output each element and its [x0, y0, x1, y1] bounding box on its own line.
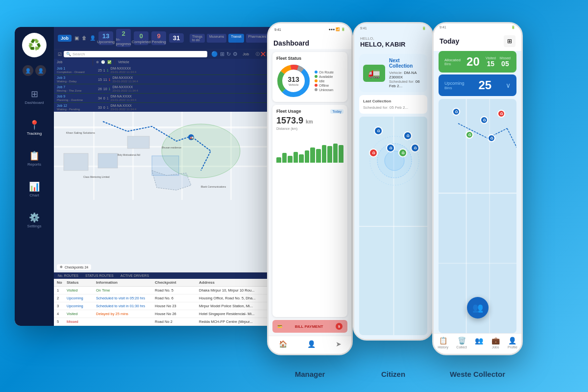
manager-nav-home[interactable]: 🏠 [279, 340, 287, 348]
table-row: 2 Upcoming Scheduled to visit in 05:20 h… [54, 294, 289, 302]
main-icon: 👥 [475, 337, 483, 344]
collector-nav-jobs[interactable]: 💼 Jobs [491, 337, 500, 349]
upcoming-badge: 13 Upcoming [98, 31, 113, 45]
manager-nav-user[interactable]: 👤 [307, 340, 316, 348]
fleet-usage-card: Fleet Usage Today 1573.9 km Distance (km… [272, 105, 347, 317]
map-pin-active: ♻ [398, 148, 407, 157]
main-content: Job ▣ 🗑 👤 13 Upcoming 2 In-progress 0 Co… [54, 27, 289, 326]
manager-screen: 9:41 ●●● 📶 🔋 Dashboard Fleet Status [269, 24, 351, 354]
fleet-status-card: Fleet Status 313 Vehicle [272, 52, 347, 102]
bin-pin-green: ♻ [466, 131, 473, 139]
subbar-icon-1[interactable]: 🔵 [211, 51, 218, 57]
citizen-map: ♻ ♻ ♻ ♻ ♻ ♻ [359, 117, 427, 335]
search-box[interactable]: 🔍 Search [64, 51, 207, 57]
donut-legend: On Route Available Idle Offline [315, 71, 334, 92]
svg-rect-0 [54, 126, 289, 128]
manager-header: Dashboard [269, 35, 351, 49]
topbar-separator-2: 🗑 [82, 35, 87, 41]
visited-missed-group: Visited 15 Missed 05 [486, 56, 511, 68]
desktop-app: ♻️ 👤 👤 ⊞ Dashboard 📍 Tracking 📋 Reports … [15, 27, 289, 326]
filter-museums[interactable]: Museums [207, 34, 226, 43]
table-area: No. ROUTES STATUS ROUTES ACTIVE DRIVERS … [54, 272, 289, 326]
bill-count-badge: 9 [336, 323, 343, 330]
sidebar-item-tracking[interactable]: 📍 Tracking [15, 117, 54, 139]
truck-info: Next Collection Vehicle: DM-NA Z3000X Sc… [389, 58, 423, 88]
checkbox-icon: ☑ [58, 52, 62, 57]
bar-12 [339, 145, 343, 163]
legend-item-offline: Offline [315, 84, 334, 87]
collector-stats-top: Allocated Bins 20 Visited 15 Missed 05 [439, 51, 516, 73]
tracking-icon: 📍 [29, 120, 40, 130]
sidebar-item-dashboard[interactable]: ⊞ Dashboard [15, 86, 54, 108]
app-logo: ♻️ [22, 33, 47, 57]
collector-nav-history[interactable]: 📋 History [438, 337, 448, 349]
fab-button[interactable]: 👥 [467, 297, 489, 318]
table-row: 4 Visited Delayed by 25 mins House No 26… [54, 310, 289, 318]
vehicle-col: Vehicle [115, 59, 289, 66]
svg-rect-3 [93, 112, 95, 200]
bar-4 [294, 152, 298, 163]
upcoming-bar[interactable]: Upcoming Bins 25 ∨ [439, 74, 516, 96]
job-col: Job [54, 59, 93, 66]
jobs-icon: 💼 [491, 337, 500, 344]
map-pin-5: ♻ [411, 144, 419, 152]
collector-header-bar: Today ⊞ [434, 31, 521, 51]
filter-transit[interactable]: Transit [228, 34, 244, 43]
bar-2 [282, 153, 287, 163]
completed-badge: 0 Completed [134, 31, 148, 45]
bar-7 [310, 147, 315, 163]
citizen-truck-card: 🚛 Next Collection Vehicle: DM-NA Z3000X … [359, 54, 427, 92]
bar-5 [299, 154, 304, 163]
manager-label: Manager [267, 370, 353, 378]
map-svg: Khan Saling Solutions Boly Motivational … [54, 112, 289, 272]
sidebar-item-chart[interactable]: 📊 Chart [15, 178, 54, 200]
topbar-separator-3: 👤 [90, 35, 96, 41]
svg-text:Khan Saling Solutions: Khan Saling Solutions [66, 131, 95, 134]
fleet-usage-header: Fleet Usage Today [276, 109, 343, 114]
table-row: 1 Visited On Time Road No. 5 Dhaka Mirpu… [54, 287, 289, 294]
table-header-bar: No. ROUTES STATUS ROUTES ACTIVE DRIVERS [54, 272, 289, 279]
job-label: Job [58, 35, 72, 42]
svg-rect-32 [439, 263, 516, 264]
table-head: No Status Information Checkpoint Address [54, 279, 289, 287]
collector-nav-profile[interactable]: 👤 Profile [508, 337, 517, 349]
citizen-status-bar: 9:41 🔋 [354, 24, 432, 31]
collector-nav-collect[interactable]: 🗑️ Collect [456, 337, 466, 349]
job-row-2: Job 3Waiting - Delay 15111 DM-NXXXXX23-0… [54, 75, 289, 84]
topbar: Job ▣ 🗑 👤 13 Upcoming 2 In-progress 0 Co… [54, 27, 289, 49]
sidebar: ♻️ 👤 👤 ⊞ Dashboard 📍 Tracking 📋 Reports … [15, 27, 54, 326]
collector-nav: 📋 History 🗑️ Collect 👥 💼 Jobs 👤 Profile [434, 333, 521, 354]
bill-payment-button[interactable]: 💳 BILL PAYMENT 9 [272, 320, 347, 333]
citizen-label: Citizen [353, 370, 434, 378]
allocated-row: Allocated Bins 20 Visited 15 Missed 05 [439, 51, 516, 73]
svg-text:Boly Motivational Aid: Boly Motivational Aid [118, 153, 140, 156]
qr-icon[interactable]: ⊞ [504, 35, 515, 47]
collector-map: ♻ ♻ ♻ ♻ ♻ 👥 [439, 99, 516, 333]
inprogress-badge: 2 In-progress [116, 29, 131, 47]
search-icon: 🔍 [66, 52, 71, 56]
filter-things[interactable]: Things to do [190, 34, 205, 43]
subbar-icon-4[interactable]: ⚙ [233, 51, 238, 57]
bin-pin-1: ♻ [452, 108, 460, 116]
subbar: ☑ 🔍 Search 🔵 ⊞ ↻ ⚙ Job Ⓘ ❌ ✅ Vehicle [54, 49, 289, 59]
bin-pin-2: ♻ [480, 116, 488, 124]
legend-item-onroute: On Route [315, 71, 334, 74]
map-pin-3: ♻ [386, 144, 395, 152]
filter-pharmacies[interactable]: Pharmacies [246, 34, 269, 43]
navigate-icon: ➤ [336, 340, 342, 348]
donut-container: 313 Vehicle On Route Available [276, 64, 343, 98]
missed-stat: Missed 05 [500, 56, 511, 68]
subbar-icon-2[interactable]: ⊞ [220, 51, 224, 57]
sidebar-item-settings[interactable]: ⚙️ Settings [15, 209, 54, 231]
svg-text:Bhusan residence: Bhusan residence [162, 146, 181, 149]
bar-9 [322, 145, 327, 163]
checkpoints-bar: ⊕ Checkpoints 24 [57, 264, 91, 270]
collector-nav-main[interactable]: 👥 [475, 337, 483, 349]
bar-chart [276, 133, 343, 163]
sidebar-item-reports[interactable]: 📋 Reports [15, 147, 54, 170]
table-row: 5 Missed Road No 2 Redda MCH-FP Centre (… [54, 318, 289, 326]
bar-6 [305, 150, 310, 163]
job-list-header: Job ⊕🕐✅ Vehicle [54, 59, 289, 66]
subbar-icon-3[interactable]: ↻ [226, 51, 231, 57]
manager-nav-navigate[interactable]: ➤ [336, 340, 342, 348]
